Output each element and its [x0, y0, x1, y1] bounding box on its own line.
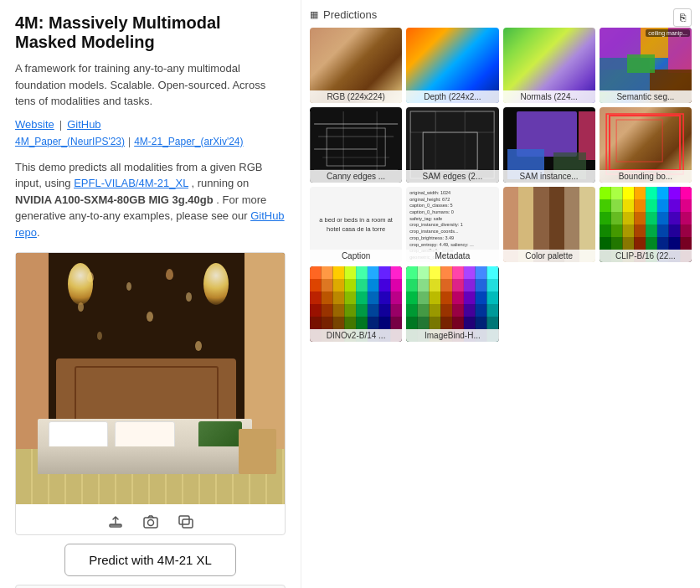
svg-rect-60: [668, 237, 680, 250]
svg-rect-146: [452, 304, 464, 317]
imagebind-label: ImageBind-H...: [406, 329, 498, 342]
svg-rect-30: [600, 199, 611, 212]
grid-item-dinov2[interactable]: DINOv2-B/14 ...: [310, 266, 402, 342]
svg-rect-134: [406, 291, 418, 304]
predictions-header: ▦ Predictions: [310, 8, 692, 21]
svg-rect-56: [622, 237, 634, 250]
svg-rect-45: [680, 212, 692, 224]
rgb-label: RGB (224x224): [310, 90, 402, 103]
svg-rect-139: [464, 291, 476, 304]
grid-item-caption[interactable]: a bed or beds in a room at hotel casa de…: [310, 187, 402, 262]
svg-rect-89: [344, 291, 356, 304]
svg-rect-97: [344, 304, 356, 317]
svg-rect-33: [634, 199, 646, 212]
sam-edges-label: SAM edges (2...: [406, 170, 498, 183]
paper-links-row: 4M_Paper_(NeurIPS'23) | 4M-21_Paper_(arX…: [15, 136, 286, 147]
predictions-icon: ▦: [310, 9, 318, 20]
github-link[interactable]: GitHub: [67, 118, 100, 131]
svg-rect-150: [406, 317, 418, 329]
svg-rect-39: [611, 212, 623, 224]
svg-rect-61: [680, 237, 692, 250]
svg-rect-154: [452, 317, 464, 329]
grid-item-canny[interactable]: Canny edges ...: [310, 107, 402, 183]
svg-rect-127: [418, 279, 430, 291]
links-row: Website | GitHub: [15, 118, 286, 131]
svg-rect-75: [368, 266, 379, 279]
advanced-settings-toggle[interactable]: Advanced Settings ◀: [15, 585, 286, 588]
svg-rect-98: [356, 304, 368, 317]
svg-rect-121: [441, 266, 453, 279]
svg-rect-77: [390, 266, 402, 279]
svg-rect-131: [464, 279, 476, 291]
dinov2-label: DINOv2-B/14 ...: [310, 329, 402, 342]
svg-rect-137: [441, 291, 453, 304]
metadata-label: Metadata: [406, 250, 498, 262]
grid-item-metadata[interactable]: original_width: 1024 original_height: 67…: [406, 187, 498, 262]
svg-rect-95: [322, 304, 333, 317]
svg-rect-41: [634, 212, 646, 224]
svg-rect-78: [310, 279, 322, 291]
separator-2: |: [128, 136, 131, 147]
svg-rect-83: [368, 279, 379, 291]
svg-rect-84: [379, 279, 391, 291]
svg-rect-80: [333, 279, 345, 291]
svg-rect-148: [476, 304, 487, 317]
svg-rect-140: [476, 291, 487, 304]
grid-item-depth[interactable]: Depth (224x2...: [406, 28, 498, 103]
paper2-link[interactable]: 4M-21_Paper_(arXiv'24): [134, 136, 243, 147]
svg-rect-152: [430, 317, 441, 329]
website-link[interactable]: Website: [15, 118, 54, 131]
svg-rect-99: [368, 304, 379, 317]
grid-item-sam-instance[interactable]: SAM instance...: [503, 107, 595, 183]
svg-rect-28: [668, 187, 680, 199]
svg-rect-40: [622, 212, 634, 224]
bed-surface: [38, 419, 253, 474]
svg-rect-129: [441, 279, 453, 291]
depth-label: Depth (224x2...: [406, 90, 498, 103]
grid-item-bbox[interactable]: Bounding bo...: [600, 107, 692, 183]
svg-rect-156: [476, 317, 487, 329]
grid-item-semantic[interactable]: ceiling manip... Semantic seg...: [600, 28, 692, 103]
svg-rect-102: [310, 317, 322, 329]
svg-rect-35: [657, 199, 669, 212]
svg-rect-144: [430, 304, 441, 317]
gallery-icon[interactable]: [176, 511, 196, 531]
svg-rect-133: [487, 279, 499, 291]
model-link[interactable]: EPFL-VILAB/4M-21_XL: [74, 177, 188, 189]
semantic-label: Semantic seg...: [600, 90, 692, 103]
svg-rect-57: [634, 237, 646, 250]
share-button[interactable]: ⎘: [673, 8, 692, 27]
svg-rect-123: [464, 266, 476, 279]
clip-label: CLIP-B/16 (22...: [600, 250, 692, 262]
svg-rect-92: [379, 291, 391, 304]
grid-item-clip[interactable]: CLIP-B/16 (22...: [600, 187, 692, 262]
svg-rect-55: [611, 237, 623, 250]
svg-rect-71: [322, 266, 333, 279]
svg-rect-79: [322, 279, 333, 291]
svg-rect-82: [356, 279, 368, 291]
svg-rect-44: [668, 212, 680, 224]
grid-item-sam-edges[interactable]: SAM edges (2...: [406, 107, 498, 183]
predict-button[interactable]: Predict with 4M-21 XL: [64, 544, 236, 576]
upload-icon[interactable]: [106, 511, 126, 531]
svg-rect-48: [622, 224, 634, 237]
grid-item-palette[interactable]: Color palette: [503, 187, 595, 262]
camera-icon[interactable]: [141, 511, 161, 531]
svg-rect-46: [600, 224, 611, 237]
svg-rect-107: [368, 317, 379, 329]
svg-rect-96: [333, 304, 345, 317]
svg-rect-51: [657, 224, 669, 237]
grid-item-imagebind[interactable]: ImageBind-H...: [406, 266, 498, 342]
paper1-link[interactable]: 4M_Paper_(NeurIPS'23): [15, 136, 125, 147]
svg-rect-26: [646, 187, 657, 199]
image-toolbar: [16, 504, 285, 534]
svg-rect-37: [680, 199, 692, 212]
svg-rect-10: [327, 128, 385, 166]
svg-rect-38: [600, 212, 611, 224]
normals-label: Normals (224...: [503, 90, 595, 103]
grid-item-rgb[interactable]: RGB (224x224): [310, 28, 402, 103]
svg-rect-24: [622, 187, 634, 199]
grid-item-normals[interactable]: Normals (224...: [503, 28, 595, 103]
predictions-label: Predictions: [323, 8, 377, 21]
svg-rect-54: [600, 237, 611, 250]
